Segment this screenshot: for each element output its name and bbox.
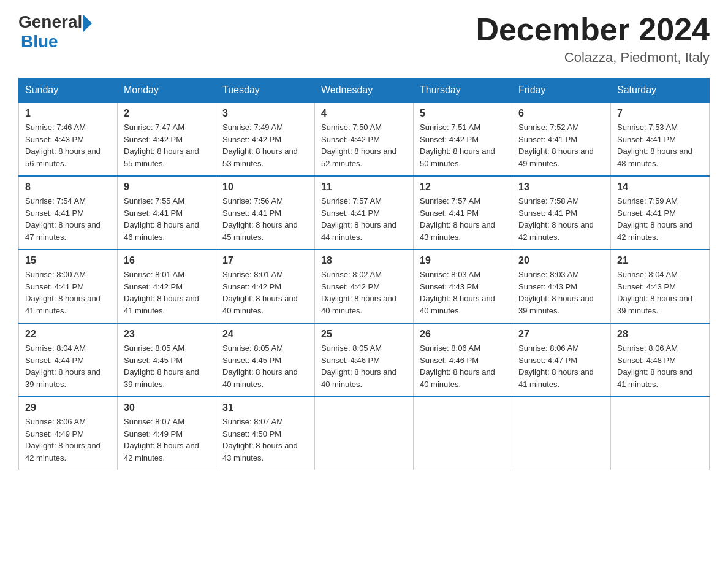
day-number: 12 [420,182,506,193]
calendar-week-row: 22 Sunrise: 8:04 AMSunset: 4:44 PMDaylig… [19,323,710,397]
day-number: 27 [518,329,604,340]
calendar-day-cell: 26 Sunrise: 8:06 AMSunset: 4:46 PMDaylig… [414,323,512,397]
day-number: 14 [617,182,703,193]
day-info: Sunrise: 8:04 AMSunset: 4:44 PMDaylight:… [25,343,100,389]
day-number: 10 [222,182,308,193]
day-info: Sunrise: 8:00 AMSunset: 4:41 PMDaylight:… [25,270,100,315]
title-section: December 2024 Colazza, Piedmont, Italy [476,12,710,66]
day-info: Sunrise: 7:46 AMSunset: 4:43 PMDaylight:… [25,123,100,168]
calendar-day-cell: 5 Sunrise: 7:51 AMSunset: 4:42 PMDayligh… [414,102,512,176]
calendar-day-cell: 15 Sunrise: 8:00 AMSunset: 4:41 PMDaylig… [19,250,118,323]
calendar-day-cell: 10 Sunrise: 7:56 AMSunset: 4:41 PMDaylig… [216,176,315,250]
day-number: 7 [617,108,703,119]
day-number: 6 [518,108,604,119]
header-row: Sunday Monday Tuesday Wednesday Thursday… [19,79,710,103]
day-info: Sunrise: 8:06 AMSunset: 4:49 PMDaylight:… [25,417,100,462]
day-info: Sunrise: 8:05 AMSunset: 4:46 PMDaylight:… [321,343,396,389]
day-number: 5 [420,108,506,119]
day-number: 29 [25,402,111,413]
calendar-day-cell: 9 Sunrise: 7:55 AMSunset: 4:41 PMDayligh… [118,176,216,250]
calendar-week-row: 8 Sunrise: 7:54 AMSunset: 4:41 PMDayligh… [19,176,710,250]
day-info: Sunrise: 7:59 AMSunset: 4:41 PMDaylight:… [617,196,692,242]
day-number: 31 [222,402,308,413]
day-number: 26 [420,329,506,340]
calendar-day-cell: 7 Sunrise: 7:53 AMSunset: 4:41 PMDayligh… [611,102,710,176]
calendar-day-cell [611,397,710,470]
day-info: Sunrise: 7:58 AMSunset: 4:41 PMDaylight:… [518,196,594,242]
day-number: 30 [124,402,210,413]
calendar-table: Sunday Monday Tuesday Wednesday Thursday… [18,78,710,470]
col-sunday: Sunday [19,79,118,103]
calendar-day-cell: 21 Sunrise: 8:04 AMSunset: 4:43 PMDaylig… [611,250,710,323]
day-info: Sunrise: 8:06 AMSunset: 4:46 PMDaylight:… [420,343,495,389]
logo-general-text: General [18,12,82,32]
day-info: Sunrise: 8:06 AMSunset: 4:48 PMDaylight:… [617,343,692,389]
day-number: 11 [321,182,407,193]
day-info: Sunrise: 8:01 AMSunset: 4:42 PMDaylight:… [124,270,199,315]
calendar-day-cell: 17 Sunrise: 8:01 AMSunset: 4:42 PMDaylig… [216,250,315,323]
day-number: 16 [124,255,210,266]
calendar-day-cell [512,397,611,470]
calendar-day-cell: 29 Sunrise: 8:06 AMSunset: 4:49 PMDaylig… [19,397,118,470]
calendar-day-cell [414,397,512,470]
day-info: Sunrise: 8:04 AMSunset: 4:43 PMDaylight:… [617,270,692,315]
day-number: 3 [222,108,308,119]
calendar-day-cell: 11 Sunrise: 7:57 AMSunset: 4:41 PMDaylig… [315,176,414,250]
calendar-day-cell: 25 Sunrise: 8:05 AMSunset: 4:46 PMDaylig… [315,323,414,397]
col-thursday: Thursday [414,79,512,103]
day-info: Sunrise: 8:03 AMSunset: 4:43 PMDaylight:… [420,270,495,315]
day-number: 21 [617,255,703,266]
calendar-day-cell: 19 Sunrise: 8:03 AMSunset: 4:43 PMDaylig… [414,250,512,323]
calendar-day-cell: 18 Sunrise: 8:02 AMSunset: 4:42 PMDaylig… [315,250,414,323]
day-info: Sunrise: 8:02 AMSunset: 4:42 PMDaylight:… [321,270,396,315]
calendar-day-cell: 12 Sunrise: 7:57 AMSunset: 4:41 PMDaylig… [414,176,512,250]
day-number: 18 [321,255,407,266]
day-info: Sunrise: 7:54 AMSunset: 4:41 PMDaylight:… [25,196,100,242]
day-number: 25 [321,329,407,340]
day-info: Sunrise: 7:50 AMSunset: 4:42 PMDaylight:… [321,123,396,168]
calendar-day-cell: 2 Sunrise: 7:47 AMSunset: 4:42 PMDayligh… [118,102,216,176]
logo: General Blue [18,12,92,52]
day-number: 22 [25,329,111,340]
calendar-day-cell: 30 Sunrise: 8:07 AMSunset: 4:49 PMDaylig… [118,397,216,470]
calendar-day-cell: 23 Sunrise: 8:05 AMSunset: 4:45 PMDaylig… [118,323,216,397]
day-info: Sunrise: 7:56 AMSunset: 4:41 PMDaylight:… [222,196,298,242]
logo-blue-text: Blue [21,32,58,52]
day-info: Sunrise: 7:57 AMSunset: 4:41 PMDaylight:… [321,196,396,242]
calendar-day-cell: 3 Sunrise: 7:49 AMSunset: 4:42 PMDayligh… [216,102,315,176]
day-number: 24 [222,329,308,340]
day-number: 4 [321,108,407,119]
calendar-day-cell: 20 Sunrise: 8:03 AMSunset: 4:43 PMDaylig… [512,250,611,323]
day-number: 2 [124,108,210,119]
day-number: 28 [617,329,703,340]
logo-arrow-icon [83,15,92,32]
col-saturday: Saturday [611,79,710,103]
calendar-day-cell: 4 Sunrise: 7:50 AMSunset: 4:42 PMDayligh… [315,102,414,176]
calendar-day-cell: 22 Sunrise: 8:04 AMSunset: 4:44 PMDaylig… [19,323,118,397]
month-title: December 2024 [476,12,710,47]
page-header: General Blue December 2024 Colazza, Pied… [18,12,710,66]
col-friday: Friday [512,79,611,103]
calendar-day-cell: 28 Sunrise: 8:06 AMSunset: 4:48 PMDaylig… [611,323,710,397]
calendar-day-cell: 16 Sunrise: 8:01 AMSunset: 4:42 PMDaylig… [118,250,216,323]
calendar-day-cell [315,397,414,470]
day-info: Sunrise: 7:55 AMSunset: 4:41 PMDaylight:… [124,196,199,242]
day-info: Sunrise: 7:49 AMSunset: 4:42 PMDaylight:… [222,123,298,168]
col-monday: Monday [118,79,216,103]
day-info: Sunrise: 8:07 AMSunset: 4:49 PMDaylight:… [124,417,199,462]
calendar-day-cell: 8 Sunrise: 7:54 AMSunset: 4:41 PMDayligh… [19,176,118,250]
calendar-week-row: 15 Sunrise: 8:00 AMSunset: 4:41 PMDaylig… [19,250,710,323]
day-number: 1 [25,108,111,119]
day-number: 9 [124,182,210,193]
day-info: Sunrise: 8:01 AMSunset: 4:42 PMDaylight:… [222,270,298,315]
location-text: Colazza, Piedmont, Italy [476,50,710,66]
calendar-day-cell: 24 Sunrise: 8:05 AMSunset: 4:45 PMDaylig… [216,323,315,397]
day-info: Sunrise: 7:47 AMSunset: 4:42 PMDaylight:… [124,123,199,168]
calendar-day-cell: 13 Sunrise: 7:58 AMSunset: 4:41 PMDaylig… [512,176,611,250]
day-info: Sunrise: 7:51 AMSunset: 4:42 PMDaylight:… [420,123,495,168]
calendar-week-row: 29 Sunrise: 8:06 AMSunset: 4:49 PMDaylig… [19,397,710,470]
day-number: 15 [25,255,111,266]
calendar-day-cell: 31 Sunrise: 8:07 AMSunset: 4:50 PMDaylig… [216,397,315,470]
calendar-day-cell: 1 Sunrise: 7:46 AMSunset: 4:43 PMDayligh… [19,102,118,176]
calendar-day-cell: 27 Sunrise: 8:06 AMSunset: 4:47 PMDaylig… [512,323,611,397]
